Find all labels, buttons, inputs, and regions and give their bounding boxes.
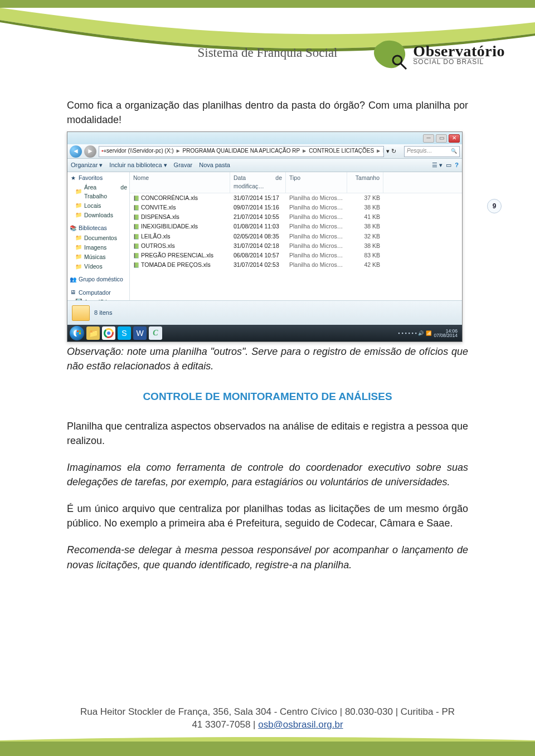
search-input[interactable]: Pesquis… — [404, 146, 460, 157]
breadcrumb-segment[interactable]: CONTROLE LICITAÇÕES — [309, 147, 374, 155]
page-title: Sistema de Franquia Social — [197, 46, 337, 60]
file-row[interactable]: PREGÃO PRESENCIAL.xls06/08/2014 10:57Pla… — [130, 251, 462, 260]
sidebar-item[interactable]: 📁Área de Trabalho — [67, 183, 129, 201]
tray-indicator-icon: ▪ — [408, 330, 410, 336]
folder-icon: 📁 — [75, 212, 82, 219]
taskbar-skype-icon[interactable]: S — [118, 326, 131, 340]
breadcrumb-segment[interactable]: PROGRAMA QUALIDADE NA APLICAÇÃO RP — [183, 147, 300, 155]
library-icon: 📚 — [70, 225, 76, 232]
toolbar: Organizar ▾ Incluir na biblioteca ▾ Grav… — [67, 159, 462, 172]
nav-forward-button[interactable]: ► — [84, 145, 96, 158]
brazil-map-icon — [371, 38, 410, 71]
svg-line-1 — [401, 64, 406, 69]
intro-paragraph: Como fica a organização das planilhas de… — [67, 98, 468, 127]
body-paragraph: Imaginamos ela como ferramenta de contro… — [67, 460, 468, 489]
body-paragraph: Recomenda-se delegar à mesma pessoa resp… — [67, 543, 468, 572]
new-folder-button[interactable]: Nova pasta — [199, 161, 230, 170]
include-library-menu[interactable]: Incluir na biblioteca ▾ — [109, 161, 167, 170]
refresh-button[interactable]: ▾ ↻ — [386, 147, 402, 156]
sidebar-item[interactable]: 📁Documentos — [67, 233, 129, 243]
footer-bar — [0, 742, 535, 756]
sidebar-item[interactable]: 📁Vídeos — [67, 262, 129, 271]
svg-rect-11 — [0, 742, 535, 756]
folder-icon: 📁 — [75, 202, 82, 209]
breadcrumb-segment[interactable]: LICITAÇÕES 2014 — [383, 147, 384, 155]
tray-volume-icon: 🔊 — [418, 330, 424, 336]
svg-rect-5 — [79, 333, 81, 334]
svg-rect-3 — [79, 330, 81, 332]
view-mode-icon[interactable]: ☰ ▾ — [432, 161, 442, 170]
taskbar-chrome-icon[interactable] — [102, 326, 115, 340]
taskbar-word-icon[interactable]: W — [133, 326, 147, 340]
save-button[interactable]: Gravar — [174, 161, 193, 170]
window-maximize-button[interactable]: ▭ — [436, 134, 447, 143]
file-row[interactable]: LEILÃO.xls02/05/2014 08:35Planilha do Mi… — [130, 232, 462, 241]
homegroup-icon: 👥 — [70, 276, 76, 283]
col-type: Tipo — [286, 172, 347, 192]
file-row[interactable]: CONVITE.xls09/07/2014 15:16Planilha do M… — [130, 203, 462, 212]
star-icon: ★ — [70, 175, 76, 182]
body-paragraph: Planilha que centraliza aspectos observa… — [67, 419, 468, 448]
folder-icon: 📁 — [75, 189, 82, 196]
footer-email-link[interactable]: osb@osbrasil.org.br — [258, 719, 343, 730]
col-date: Data de modificaç… — [230, 172, 286, 192]
sidebar-item[interactable]: 💽Acer (C:) — [67, 297, 129, 300]
start-button[interactable] — [70, 326, 84, 340]
window-close-button[interactable]: ✕ — [449, 134, 460, 143]
tray-indicator-icon: ▪ — [415, 330, 416, 336]
help-icon[interactable]: ? — [455, 161, 459, 170]
logo: Observatório SOCIAL DO BRASIL — [371, 38, 505, 71]
sidebar-homegroup[interactable]: 👥Grupo doméstico — [67, 275, 129, 284]
sidebar-item[interactable]: 📁Músicas — [67, 252, 129, 262]
drive-icon: 💽 — [75, 299, 82, 300]
sidebar-libraries[interactable]: 📚Bibliotecas — [67, 223, 129, 233]
logo-text-big: Observatório — [413, 44, 505, 58]
file-row[interactable]: DISPENSA.xls21/07/2014 10:55Planilha do … — [130, 212, 462, 222]
breadcrumb-segment[interactable]: servidor (\\Servidor-pc) (X:) — [106, 147, 174, 155]
svg-rect-4 — [77, 333, 79, 334]
file-row[interactable]: OUTROS.xls31/07/2014 02:18Planilha do Mi… — [130, 241, 462, 251]
file-list-header[interactable]: Nome Data de modificaç… Tipo Tamanho — [130, 172, 462, 193]
col-name: Nome — [130, 172, 230, 192]
nav-back-button[interactable]: ◄ — [70, 145, 82, 158]
folder-icon: 📁 — [75, 235, 82, 241]
sidebar-item[interactable]: 📁Locais — [67, 201, 129, 211]
section-heading: CONTROLE DE MONITORAMENTO DE ANÁLISES — [67, 389, 468, 404]
taskbar-explorer-icon[interactable]: 📁 — [86, 326, 100, 340]
breadcrumb[interactable]: ▪ « servidor (\\Servidor-pc) (X:)►PROGRA… — [99, 146, 384, 157]
sidebar-item[interactable]: 📁Imagens — [67, 243, 129, 252]
folder-icon: 📁 — [75, 254, 82, 261]
window-titlebar: ─ ▭ ✕ — [67, 132, 462, 144]
tray-indicator-icon: ▪ — [405, 330, 406, 336]
sidebar-computer[interactable]: 🖥Computador — [67, 288, 129, 297]
tray-indicator-icon: ▪ — [411, 330, 413, 336]
tray-indicator-icon: ▪ — [401, 330, 403, 336]
computer-icon: 🖥 — [70, 289, 76, 296]
folder-icon — [72, 305, 90, 321]
status-text: 8 itens — [94, 309, 112, 318]
sidebar-favorites[interactable]: ★Favoritos — [67, 173, 129, 183]
window-minimize-button[interactable]: ─ — [423, 134, 434, 143]
explorer-window: ─ ▭ ✕ ◄ ► ▪ « servidor (\\Servidor-pc) (… — [67, 131, 463, 342]
status-bar: 8 itens — [67, 300, 462, 325]
organize-menu[interactable]: Organizar ▾ — [71, 161, 103, 170]
observation-paragraph: Observação: note uma planilha "outros". … — [67, 344, 468, 373]
file-row[interactable]: TOMADA DE PREÇOS.xls31/07/2014 02:53Plan… — [130, 260, 462, 270]
tray-indicator-icon: ▪ — [398, 330, 400, 336]
file-row[interactable]: CONCORRÊNCIA.xls31/07/2014 15:17Planilha… — [130, 193, 462, 203]
taskbar-app-icon[interactable]: C — [149, 326, 162, 340]
page-number-badge: 9 — [487, 199, 502, 213]
folder-icon: 📁 — [75, 264, 82, 270]
svg-point-10 — [107, 331, 111, 335]
taskbar: 📁 S W C ▪ ▪ ▪ ▪ ▪ ▪ 🔊 📶 14:06 07/08/2014 — [67, 325, 462, 342]
tray-network-icon: 📶 — [426, 330, 432, 336]
page-footer: Rua Heitor Stockler de França, 356, Sala… — [0, 706, 535, 731]
body-paragraph: É um único arquivo que centraliza por pl… — [67, 501, 468, 530]
navigation-sidebar: ★Favoritos 📁Área de Trabalho📁Locais📁Down… — [67, 172, 130, 300]
preview-pane-icon[interactable]: ▭ — [446, 161, 451, 170]
svg-rect-2 — [77, 330, 79, 332]
system-clock[interactable]: 14:06 07/08/2014 — [434, 329, 458, 338]
file-row[interactable]: INEXIGIBILIDADE.xls01/08/2014 11:03Plani… — [130, 222, 462, 231]
system-tray[interactable]: ▪ ▪ ▪ ▪ ▪ ▪ 🔊 📶 14:06 07/08/2014 — [396, 329, 460, 338]
sidebar-item[interactable]: 📁Downloads — [67, 211, 129, 220]
